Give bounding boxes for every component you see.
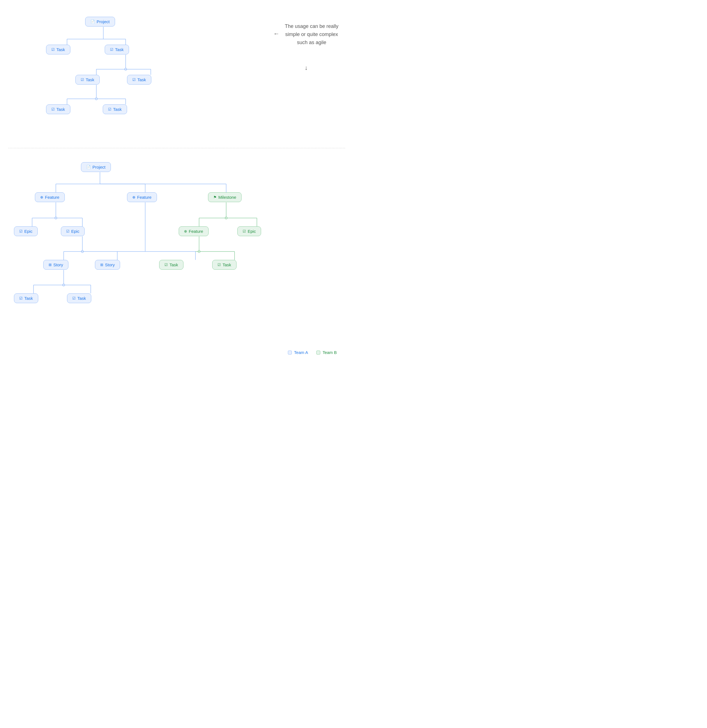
section1: The usage can be really simple or quite … [0, 0, 354, 148]
arrow-left-icon: ← [273, 30, 279, 38]
task-green2-icon: ☑ [217, 263, 221, 267]
task-label-1-2: Task [115, 47, 124, 52]
epic1-label: Epic [24, 229, 32, 234]
node-story2[interactable]: ⊞ Story [95, 260, 120, 270]
svg-point-5 [124, 68, 127, 70]
node-task1-1[interactable]: ☑ Task [46, 45, 70, 55]
legend-dot-green [317, 351, 320, 354]
svg-point-39 [198, 250, 200, 253]
node-epic3[interactable]: ☑ Epic [237, 226, 261, 236]
node-task1-4[interactable]: ☑ Task [127, 75, 151, 85]
task-icon-1-5: ☑ [51, 107, 55, 111]
node-feature3[interactable]: ⊕ Feature [179, 226, 208, 236]
legend-team-b: Team B [317, 350, 337, 355]
task-b1-icon: ☑ [19, 296, 23, 300]
node-project-1[interactable]: 📄 Project [85, 17, 115, 26]
node-story1[interactable]: ⊞ Story [43, 260, 68, 270]
milestone-icon: ⚑ [213, 195, 217, 199]
node-epic1[interactable]: ☑ Epic [14, 226, 38, 236]
svg-point-34 [225, 217, 227, 219]
legend-team-a-label: Team A [294, 350, 308, 355]
node-task1-3[interactable]: ☑ Task [75, 75, 100, 85]
legend-dot-blue [288, 351, 292, 354]
section-divider [9, 148, 345, 148]
epic3-icon: ☑ [243, 229, 246, 233]
feature1-label: Feature [45, 195, 59, 199]
annotation-label: The usage can be really simple or quite … [285, 23, 338, 45]
annotation-text: The usage can be really simple or quite … [281, 22, 342, 46]
node-milestone[interactable]: ⚑ Milestone [208, 192, 241, 202]
node-task-green2[interactable]: ☑ Task [212, 260, 237, 270]
task-label-1-3: Task [86, 77, 94, 82]
epic2-icon: ☑ [66, 229, 69, 233]
section2: 📄 Project ⊕ Feature ⊕ Feature ⚑ Mileston… [0, 151, 354, 363]
task-green1-label: Task [169, 262, 178, 267]
task-green2-label: Task [223, 262, 231, 267]
legend-team-b-label: Team B [322, 350, 337, 355]
legend-team-a: Team A [288, 350, 308, 355]
svg-point-21 [55, 217, 57, 219]
node-epic2[interactable]: ☑ Epic [61, 226, 85, 236]
arrow-down-icon: ↓ [305, 64, 308, 71]
epic3-label: Epic [248, 229, 256, 234]
node-feature1[interactable]: ⊕ Feature [35, 192, 65, 202]
task-green1-icon: ☑ [165, 263, 168, 267]
svg-point-26 [81, 250, 84, 253]
svg-point-43 [62, 284, 65, 286]
epic2-label: Epic [71, 229, 79, 234]
task-icon-1-1: ☑ [51, 48, 55, 52]
task-icon-1-4: ☑ [132, 78, 136, 82]
story2-icon: ⊞ [100, 263, 103, 267]
legend: Team A Team B [288, 350, 337, 355]
task-label-1-1: Task [56, 47, 65, 52]
task-icon-1-2: ☑ [110, 48, 113, 52]
milestone-label: Milestone [218, 195, 236, 199]
task-b2-icon: ☑ [72, 296, 76, 300]
epic1-icon: ☑ [19, 229, 23, 233]
feature1-icon: ⊕ [40, 195, 43, 199]
feature3-icon: ⊕ [184, 229, 187, 233]
task-icon-1-6: ☑ [108, 107, 111, 111]
node-task-b2[interactable]: ☑ Task [67, 293, 91, 303]
project-icon-1: 📄 [91, 20, 95, 24]
node-task1-2[interactable]: ☑ Task [105, 45, 129, 55]
feature2-label: Feature [137, 195, 152, 199]
task-label-1-5: Task [56, 107, 65, 112]
task-label-1-6: Task [113, 107, 122, 112]
project-icon-2: 📄 [86, 165, 91, 169]
node-task-green1[interactable]: ☑ Task [159, 260, 184, 270]
project-label-2: Project [93, 165, 106, 169]
section2-connectors [0, 151, 354, 363]
node-task1-5[interactable]: ☑ Task [46, 104, 70, 114]
node-project-2[interactable]: 📄 Project [81, 162, 111, 172]
task-b2-label: Task [77, 296, 86, 300]
story2-label: Story [105, 262, 115, 267]
node-feature2[interactable]: ⊕ Feature [127, 192, 157, 202]
task-b1-label: Task [24, 296, 33, 300]
task-label-1-4: Task [137, 77, 146, 82]
node-task-b1[interactable]: ☑ Task [14, 293, 38, 303]
feature2-icon: ⊕ [132, 195, 136, 199]
story1-label: Story [53, 262, 63, 267]
svg-point-10 [95, 98, 97, 100]
project-label-1: Project [97, 19, 110, 24]
feature3-label: Feature [189, 229, 203, 234]
story1-icon: ⊞ [49, 263, 52, 267]
node-task1-6[interactable]: ☑ Task [103, 104, 127, 114]
task-icon-1-3: ☑ [81, 78, 84, 82]
